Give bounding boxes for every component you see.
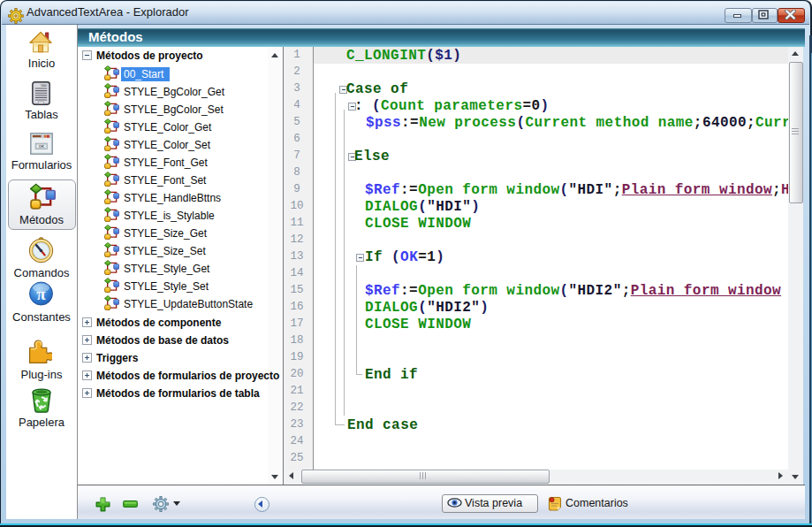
svg-text:π: π — [36, 285, 46, 303]
svg-text:OK: OK — [39, 144, 45, 149]
svg-text:Table: Table — [41, 84, 47, 88]
